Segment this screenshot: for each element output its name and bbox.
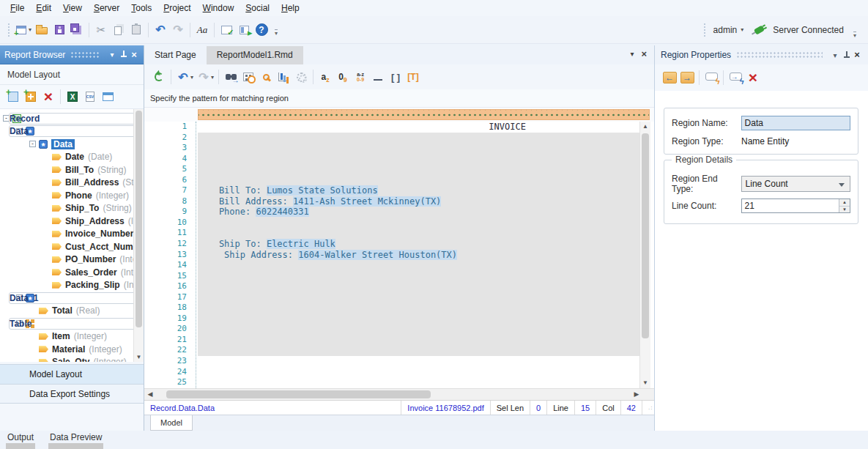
match-alnum-icon[interactable] — [352, 68, 369, 86]
document-line[interactable] — [198, 260, 639, 271]
step-up-icon[interactable]: ▲ — [839, 199, 850, 207]
region-name-input[interactable]: Data — [741, 116, 850, 130]
tree-scrollbar[interactable]: ▼ — [133, 109, 144, 362]
document-line[interactable]: Ship To: Electric Hulk — [198, 239, 639, 250]
pattern-icon[interactable] — [702, 69, 720, 86]
dock-tab-data-preview[interactable]: Data Preview — [48, 432, 103, 449]
toolbar-overflow-icon[interactable]: ▾ — [275, 29, 278, 36]
undo-icon[interactable] — [174, 68, 192, 86]
preview-icon[interactable] — [257, 68, 275, 86]
panel-menu-icon[interactable]: ▾ — [830, 51, 840, 59]
validate-icon[interactable] — [218, 21, 235, 39]
document-line[interactable] — [198, 154, 639, 165]
paste-icon[interactable] — [127, 21, 145, 39]
document-line[interactable] — [198, 356, 639, 367]
tree-node-sale_qty[interactable]: Sale_Qty(Integer) — [0, 356, 144, 363]
tree-node-item[interactable]: Item(Integer) — [0, 330, 144, 344]
find-icon[interactable] — [222, 68, 240, 86]
document-line[interactable] — [198, 367, 639, 378]
document-line[interactable] — [198, 271, 639, 282]
document-line[interactable] — [198, 303, 639, 313]
document-line[interactable] — [198, 324, 639, 335]
vscrollbar-thumb[interactable] — [642, 133, 649, 338]
scroll-left-icon[interactable]: ◀ — [144, 389, 156, 400]
help-icon[interactable] — [253, 21, 270, 39]
prev-icon[interactable] — [661, 69, 678, 86]
document-line[interactable]: Ship Address: 1604-Walker Street Houston… — [198, 250, 639, 261]
add-region-icon[interactable] — [4, 88, 22, 105]
menu-social[interactable]: Social — [240, 1, 275, 15]
tree-node-total[interactable]: Total(Real) — [0, 305, 144, 318]
tree-node-sales_order[interactable]: Sales_Order(Integer) — [0, 266, 144, 279]
match-letters-icon[interactable] — [316, 68, 334, 86]
tree-node-bill_address[interactable]: Bill_Address(String) — [0, 177, 144, 190]
export-excel-icon[interactable] — [64, 88, 81, 105]
next-icon[interactable] — [678, 69, 696, 86]
copy-icon[interactable] — [110, 21, 127, 39]
dock-tab-output[interactable]: Output — [6, 432, 35, 449]
toolbar-overflow-icon[interactable]: ▾ — [853, 31, 856, 38]
close-icon[interactable]: × — [852, 51, 862, 59]
open-icon[interactable] — [33, 21, 51, 39]
match-selection-icon[interactable] — [404, 68, 422, 86]
pin-icon[interactable] — [120, 51, 127, 59]
document-line[interactable] — [198, 164, 639, 175]
save-all-icon[interactable] — [68, 21, 86, 39]
tree-node-bill_to[interactable]: Bill_To(String) — [0, 163, 144, 177]
nav-data-export-settings[interactable]: Data Export Settings — [0, 384, 144, 404]
export-table-icon[interactable] — [99, 88, 116, 105]
tree-node-material[interactable]: Material(Integer) — [0, 343, 144, 356]
tree-node-ship_address[interactable]: Ship_Address(Integer) — [0, 215, 144, 228]
match-brackets-icon[interactable] — [387, 68, 404, 86]
settings-icon[interactable] — [292, 68, 310, 86]
document-line[interactable] — [198, 175, 639, 186]
toolbar-grip[interactable] — [7, 22, 10, 38]
admin-caret-icon[interactable]: ▾ — [741, 26, 743, 33]
close-icon[interactable]: × — [129, 51, 139, 59]
close-tab-icon[interactable]: × — [641, 50, 647, 59]
delete-icon[interactable] — [40, 88, 57, 105]
admin-menu[interactable]: admin — [713, 25, 738, 35]
document-line[interactable] — [198, 313, 639, 324]
titlebar-grip[interactable] — [736, 51, 823, 59]
menu-edit[interactable]: Edit — [30, 1, 57, 15]
document-line[interactable]: Bill Address: 1411-Ash Street Mckinney(T… — [198, 196, 639, 207]
titlebar-grip[interactable] — [70, 51, 100, 59]
pattern-ruler-bar[interactable] — [198, 109, 650, 120]
tree-node-table[interactable]: -Table — [0, 317, 144, 330]
scroll-right-icon[interactable]: ▶ — [631, 389, 642, 400]
tree-node-po_number[interactable]: PO_Number(Integer) — [0, 253, 144, 267]
save-icon[interactable] — [51, 21, 68, 39]
menu-tools[interactable]: Tools — [125, 1, 157, 15]
menu-help[interactable]: Help — [275, 1, 305, 15]
menu-view[interactable]: View — [57, 1, 88, 15]
scroll-up-icon[interactable]: ▲ — [640, 122, 650, 131]
tab-reportmodel1-rmd[interactable]: ReportModel1.Rmd — [207, 46, 303, 64]
menu-window[interactable]: Window — [197, 1, 240, 15]
tab-start-page[interactable]: Start Page — [144, 46, 207, 64]
tree-scrollbar-thumb[interactable] — [136, 111, 142, 327]
tree-node-cust_acct_number[interactable]: Cust_Acct_Number(Integer) — [0, 240, 144, 253]
run-icon[interactable] — [235, 21, 253, 39]
match-digits-icon[interactable] — [334, 68, 352, 86]
document-line[interactable] — [198, 335, 639, 346]
pin-icon[interactable] — [843, 51, 850, 59]
tree-node-invoice_number[interactable]: Invoice_Number(Integer) — [0, 228, 144, 241]
region-end-type-select[interactable]: Line Count — [741, 176, 850, 192]
tab-model[interactable]: Model — [150, 415, 193, 431]
document-view[interactable]: 1234567891011121314151617181920212223242… — [144, 122, 654, 388]
redo-icon[interactable] — [195, 68, 212, 86]
tree-node-packing_slip[interactable]: Packing_Slip(Integer) — [0, 279, 144, 292]
cut-icon[interactable] — [92, 21, 110, 39]
match-whitespace-icon[interactable] — [369, 68, 387, 86]
tree-node-data[interactable]: -Data — [0, 125, 144, 138]
nav-model-layout[interactable]: Model Layout — [0, 364, 144, 384]
resize-grip-icon[interactable]: .: — [642, 401, 654, 415]
document-line[interactable]: INVOICE — [198, 122, 639, 133]
scroll-down-icon[interactable]: ▼ — [640, 379, 650, 387]
collapse-icon[interactable]: - — [29, 141, 36, 147]
redo-icon[interactable] — [169, 21, 187, 39]
document-line[interactable] — [198, 143, 639, 154]
tree-node-date[interactable]: Date(Date) — [0, 151, 144, 164]
stepper-buttons[interactable]: ▲▼ — [839, 199, 850, 212]
